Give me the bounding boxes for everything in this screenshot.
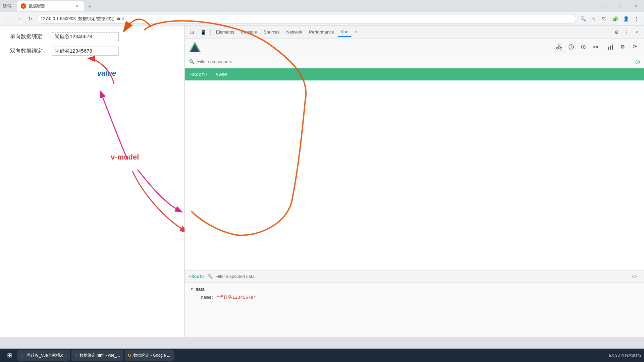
vue-refresh-button[interactable]: ⟳ <box>629 42 640 52</box>
taskbar-chrome-label: 数据绑定 - Google ... <box>133 353 170 358</box>
sources-tab[interactable]: Sources <box>261 27 282 37</box>
star-icon[interactable]: ☆ <box>589 14 598 23</box>
filter-components-input[interactable] <box>197 59 633 64</box>
vue-logo <box>189 41 201 53</box>
oneway-binding-row: 单向数据绑定： <box>10 32 174 41</box>
vue-tab[interactable]: Vue <box>338 27 351 37</box>
taskbar-word-icon: W <box>21 353 24 358</box>
taskbar-vscode-label: 数据绑定.html - vue_... <box>79 353 120 358</box>
browser-title: 暂停 <box>3 3 12 9</box>
vue-separator <box>603 44 603 50</box>
arrows-overlay <box>0 25 184 337</box>
target-icon[interactable]: ◎ <box>635 58 640 65</box>
taskbar-item-vscode[interactable]: V 数据绑定.html - vue_... <box>71 350 123 361</box>
devtools-panel: ⊡ 📱 Elements Console Sources Network Per… <box>184 25 644 337</box>
value-annotation: value <box>97 69 116 78</box>
inspector-icons: <> <box>629 271 640 282</box>
svg-point-6 <box>556 47 558 49</box>
oneway-label: 单向数据绑定： <box>10 33 48 40</box>
inspector-component-tag: <Root> <box>189 274 205 279</box>
vue-devtools: ⚙ ⟳ 🔍 Filter components ◎ <box>185 39 644 337</box>
data-name-row: name: "尚硅谷12345678" <box>190 293 639 302</box>
url-bar[interactable]: 127.0.0.1:5500/03_数据绑定/数据绑定.html <box>37 14 576 23</box>
svg-point-5 <box>558 44 560 46</box>
inspect-element-button[interactable]: ⊡ <box>187 27 197 37</box>
taskbar-chrome-icon: G <box>128 353 131 358</box>
components-tab: 🔍 Filter components ◎ <Root> = $vm0 <box>185 55 644 337</box>
filter-inspected-input[interactable] <box>215 274 627 279</box>
svg-line-9 <box>559 46 561 47</box>
svg-rect-18 <box>610 46 611 50</box>
back-button[interactable]: ← <box>3 14 12 23</box>
minimize-button[interactable]: ─ <box>598 0 613 12</box>
search-icon[interactable]: 🔍 <box>578 14 588 23</box>
title-bar: 暂停 V 数据绑定 × + ─ □ × <box>0 0 644 12</box>
twoway-label: 双向数据绑定： <box>10 48 48 55</box>
maximize-button[interactable]: □ <box>613 0 629 12</box>
vmodel-annotation: v-model <box>111 153 139 162</box>
filter-bar: 🔍 Filter components ◎ <box>185 55 644 68</box>
svg-point-12 <box>583 46 584 48</box>
toggle-arrow-icon: ▼ <box>190 287 194 291</box>
new-tab-button[interactable]: + <box>85 2 95 11</box>
webpage-panel: 单向数据绑定： 双向数据绑定： value v-model <box>0 25 184 337</box>
close-devtools-button[interactable]: × <box>632 27 641 37</box>
settings-icon[interactable]: ⚙ <box>612 27 621 37</box>
elements-tab[interactable]: Elements <box>213 27 237 37</box>
root-component-label: <Root> = $vm0 <box>190 72 227 77</box>
taskbar-vscode-icon: V <box>75 353 77 358</box>
more-tabs-button[interactable]: » <box>352 27 360 37</box>
data-toggle[interactable]: ▼ data <box>190 285 639 293</box>
title-bar-left: 暂停 V 数据绑定 × + <box>3 1 95 11</box>
oneway-input[interactable] <box>52 32 119 41</box>
router-button[interactable] <box>590 42 601 52</box>
main-content: 单向数据绑定： 双向数据绑定： value v-model <box>0 25 644 337</box>
start-button[interactable]: ⊞ <box>3 349 16 361</box>
profile-icon[interactable]: 👤 <box>621 14 631 23</box>
taskbar-right: EX SD ◎特木成栏2 <box>609 353 641 358</box>
inspector-header: <Root> 🔍 Filter inspected data <> <box>185 270 644 283</box>
svg-rect-17 <box>608 47 609 50</box>
close-button[interactable]: × <box>629 0 644 12</box>
twoway-binding-row: 双向数据绑定： <box>10 47 174 56</box>
filter-search-icon: 🔍 <box>189 59 195 64</box>
taskbar-item-word[interactable]: W 尚硅谷_Vue全家桶.d... <box>17 350 70 361</box>
filter-search-small-icon: 🔍 <box>207 274 213 279</box>
tab-close-button[interactable]: × <box>74 3 80 9</box>
data-section: ▼ data name: "尚硅谷12345678" <box>185 283 644 304</box>
forward-button[interactable]: → <box>14 14 23 23</box>
inspector-panel: <Root> 🔍 Filter inspected data <> ▼ <box>185 270 644 337</box>
tab-favicon: V <box>21 3 26 9</box>
component-tree: <Root> = $vm0 <box>185 68 644 270</box>
window-controls: ─ □ × <box>598 0 644 12</box>
performance-tab[interactable]: Performance <box>306 27 336 37</box>
components-view-button[interactable] <box>554 42 565 52</box>
device-toolbar-button[interactable]: 📱 <box>198 27 208 37</box>
svg-line-8 <box>557 46 559 47</box>
taskbar-item-chrome[interactable]: G 数据绑定 - Google ... <box>125 350 174 361</box>
network-tab[interactable]: Network <box>284 27 305 37</box>
menu-icon[interactable]: ⋮ <box>632 14 641 23</box>
vue-toolbar: ⚙ ⟳ <box>185 39 644 55</box>
url-text: 127.0.0.1:5500/03_数据绑定/数据绑定.html <box>41 16 124 22</box>
vue-settings-button[interactable]: ⚙ <box>617 42 628 52</box>
edit-code-button[interactable]: <> <box>629 271 640 282</box>
extensions-icon[interactable]: 🧩 <box>610 14 620 23</box>
chart-button[interactable] <box>605 42 616 52</box>
more-options-icon[interactable]: ⋮ <box>622 27 631 37</box>
active-tab[interactable]: V 数据绑定 × <box>17 1 84 11</box>
refresh-button[interactable]: ↻ <box>25 14 35 23</box>
taskbar-word-label: 尚硅谷_Vue全家桶.d... <box>26 353 67 358</box>
browser-window: 暂停 V 数据绑定 × + ─ □ × ← → ↻ 127.0.0.1:5500… <box>0 0 644 362</box>
vue-nav-icons: ⚙ ⟳ <box>554 42 640 52</box>
data-section-key: data <box>196 287 205 292</box>
svg-point-7 <box>560 47 562 49</box>
shield-icon[interactable]: 🛡 <box>600 14 609 23</box>
root-component-item[interactable]: <Root> = $vm0 <box>185 68 644 80</box>
name-key: name: <box>201 295 214 300</box>
pinia-button[interactable] <box>578 42 589 52</box>
console-tab[interactable]: Console <box>238 27 260 37</box>
twoway-input[interactable] <box>52 47 119 56</box>
address-icons: 🔍 ☆ 🛡 🧩 👤 ⋮ <box>578 14 641 23</box>
timeline-button[interactable] <box>566 42 577 52</box>
